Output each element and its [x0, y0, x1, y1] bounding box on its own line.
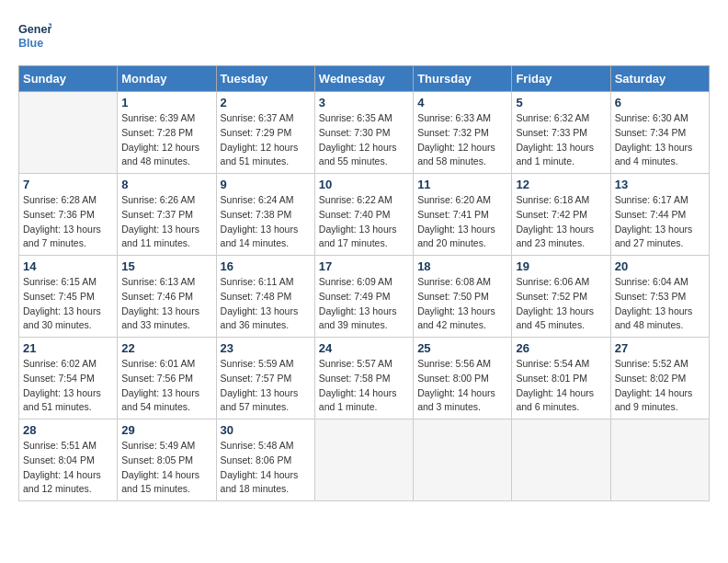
svg-text:General: General: [18, 23, 51, 36]
day-info: Sunrise: 6:39 AMSunset: 7:28 PMDaylight:…: [121, 111, 211, 169]
day-info: Sunrise: 5:52 AMSunset: 8:02 PMDaylight:…: [615, 357, 705, 415]
day-number: 29: [121, 423, 211, 437]
day-number: 9: [221, 178, 311, 191]
day-info: Sunrise: 6:26 AMSunset: 7:37 PMDaylight:…: [121, 193, 211, 251]
week-row-4: 21Sunrise: 6:02 AMSunset: 7:54 PMDayligh…: [19, 338, 710, 419]
day-info: Sunrise: 5:56 AMSunset: 8:00 PMDaylight:…: [417, 357, 507, 415]
weekday-header-friday: Friday: [512, 66, 610, 92]
calendar-cell: 26Sunrise: 5:54 AMSunset: 8:01 PMDayligh…: [512, 338, 610, 419]
week-row-5: 28Sunrise: 5:51 AMSunset: 8:04 PMDayligh…: [19, 419, 710, 501]
day-info: Sunrise: 6:06 AMSunset: 7:52 PMDaylight:…: [516, 275, 606, 333]
calendar-cell: 10Sunrise: 6:22 AMSunset: 7:40 PMDayligh…: [314, 174, 413, 256]
day-info: Sunrise: 6:37 AMSunset: 7:29 PMDaylight:…: [221, 111, 311, 169]
calendar-cell: 29Sunrise: 5:49 AMSunset: 8:05 PMDayligh…: [118, 419, 216, 501]
day-info: Sunrise: 5:59 AMSunset: 7:57 PMDaylight:…: [221, 357, 311, 415]
calendar-cell: 12Sunrise: 6:18 AMSunset: 7:42 PMDayligh…: [512, 174, 610, 256]
day-info: Sunrise: 6:33 AMSunset: 7:32 PMDaylight:…: [417, 111, 507, 169]
day-number: 2: [221, 96, 311, 109]
calendar-cell: 27Sunrise: 5:52 AMSunset: 8:02 PMDayligh…: [610, 338, 709, 419]
calendar-cell: 3Sunrise: 6:35 AMSunset: 7:30 PMDaylight…: [314, 92, 413, 174]
calendar-table: SundayMondayTuesdayWednesdayThursdayFrid…: [18, 65, 710, 501]
calendar-cell: 6Sunrise: 6:30 AMSunset: 7:34 PMDaylight…: [610, 92, 709, 174]
day-number: 14: [23, 259, 113, 273]
weekday-header-saturday: Saturday: [610, 66, 709, 92]
weekday-header-sunday: Sunday: [19, 66, 118, 92]
day-info: Sunrise: 6:04 AMSunset: 7:53 PMDaylight:…: [615, 275, 705, 333]
day-info: Sunrise: 5:54 AMSunset: 8:01 PMDaylight:…: [516, 357, 606, 415]
day-number: 30: [221, 423, 311, 437]
day-info: Sunrise: 6:20 AMSunset: 7:41 PMDaylight:…: [417, 193, 507, 251]
calendar-cell: 18Sunrise: 6:08 AMSunset: 7:50 PMDayligh…: [414, 256, 512, 338]
calendar-cell: 8Sunrise: 6:26 AMSunset: 7:37 PMDaylight…: [118, 174, 216, 256]
day-info: Sunrise: 6:09 AMSunset: 7:49 PMDaylight:…: [319, 275, 409, 333]
week-row-3: 14Sunrise: 6:15 AMSunset: 7:45 PMDayligh…: [19, 256, 710, 338]
day-info: Sunrise: 5:57 AMSunset: 7:58 PMDaylight:…: [319, 357, 409, 415]
day-number: 5: [516, 96, 606, 109]
day-number: 18: [417, 259, 507, 273]
calendar-cell: [610, 419, 709, 501]
svg-text:Blue: Blue: [18, 37, 43, 50]
day-number: 11: [417, 178, 507, 191]
day-number: 6: [615, 96, 705, 109]
logo-icon: General Blue: [18, 18, 51, 52]
day-number: 25: [417, 341, 507, 355]
calendar-cell: 17Sunrise: 6:09 AMSunset: 7:49 PMDayligh…: [314, 256, 413, 338]
day-number: 3: [319, 96, 409, 109]
day-number: 12: [516, 178, 606, 191]
calendar-cell: 30Sunrise: 5:48 AMSunset: 8:06 PMDayligh…: [216, 419, 314, 501]
day-number: 10: [319, 178, 409, 191]
day-info: Sunrise: 5:48 AMSunset: 8:06 PMDaylight:…: [221, 439, 311, 497]
calendar-cell: 24Sunrise: 5:57 AMSunset: 7:58 PMDayligh…: [314, 338, 413, 419]
calendar-cell: 23Sunrise: 5:59 AMSunset: 7:57 PMDayligh…: [216, 338, 314, 419]
calendar-cell: 16Sunrise: 6:11 AMSunset: 7:48 PMDayligh…: [216, 256, 314, 338]
calendar-cell: 13Sunrise: 6:17 AMSunset: 7:44 PMDayligh…: [610, 174, 709, 256]
day-info: Sunrise: 6:17 AMSunset: 7:44 PMDaylight:…: [615, 193, 705, 251]
day-info: Sunrise: 6:28 AMSunset: 7:36 PMDaylight:…: [23, 193, 113, 251]
calendar-cell: [314, 419, 413, 501]
day-info: Sunrise: 6:22 AMSunset: 7:40 PMDaylight:…: [319, 193, 409, 251]
day-number: 17: [319, 259, 409, 273]
day-number: 28: [23, 423, 113, 437]
calendar-cell: 21Sunrise: 6:02 AMSunset: 7:54 PMDayligh…: [19, 338, 118, 419]
calendar-cell: [512, 419, 610, 501]
day-number: 13: [615, 178, 705, 191]
page: General Blue SundayMondayTuesdayWednesda…: [0, 0, 728, 520]
logo: General Blue: [18, 18, 51, 52]
day-number: 27: [615, 341, 705, 355]
day-info: Sunrise: 6:08 AMSunset: 7:50 PMDaylight:…: [417, 275, 507, 333]
calendar-cell: 9Sunrise: 6:24 AMSunset: 7:38 PMDaylight…: [216, 174, 314, 256]
day-number: 4: [417, 96, 507, 109]
day-number: 21: [23, 341, 113, 355]
day-info: Sunrise: 6:01 AMSunset: 7:56 PMDaylight:…: [121, 357, 211, 415]
day-info: Sunrise: 5:51 AMSunset: 8:04 PMDaylight:…: [23, 439, 113, 497]
calendar-cell: 28Sunrise: 5:51 AMSunset: 8:04 PMDayligh…: [19, 419, 118, 501]
calendar-cell: [19, 92, 118, 174]
day-number: 7: [23, 178, 113, 191]
calendar-cell: 14Sunrise: 6:15 AMSunset: 7:45 PMDayligh…: [19, 256, 118, 338]
calendar-cell: 7Sunrise: 6:28 AMSunset: 7:36 PMDaylight…: [19, 174, 118, 256]
day-info: Sunrise: 6:13 AMSunset: 7:46 PMDaylight:…: [121, 275, 211, 333]
day-number: 1: [121, 96, 211, 109]
weekday-header-tuesday: Tuesday: [216, 66, 314, 92]
calendar-cell: 19Sunrise: 6:06 AMSunset: 7:52 PMDayligh…: [512, 256, 610, 338]
day-number: 16: [221, 259, 311, 273]
day-number: 26: [516, 341, 606, 355]
day-info: Sunrise: 6:35 AMSunset: 7:30 PMDaylight:…: [319, 111, 409, 169]
header: General Blue: [18, 18, 710, 52]
calendar-cell: 1Sunrise: 6:39 AMSunset: 7:28 PMDaylight…: [118, 92, 216, 174]
weekday-header-thursday: Thursday: [414, 66, 512, 92]
day-number: 20: [615, 259, 705, 273]
day-number: 8: [121, 178, 211, 191]
calendar-cell: [414, 419, 512, 501]
day-info: Sunrise: 5:49 AMSunset: 8:05 PMDaylight:…: [121, 439, 211, 497]
calendar-cell: 5Sunrise: 6:32 AMSunset: 7:33 PMDaylight…: [512, 92, 610, 174]
day-info: Sunrise: 6:02 AMSunset: 7:54 PMDaylight:…: [23, 357, 113, 415]
calendar-body: 1Sunrise: 6:39 AMSunset: 7:28 PMDaylight…: [19, 92, 710, 501]
day-number: 19: [516, 259, 606, 273]
day-info: Sunrise: 6:18 AMSunset: 7:42 PMDaylight:…: [516, 193, 606, 251]
day-number: 23: [221, 341, 311, 355]
calendar-cell: 11Sunrise: 6:20 AMSunset: 7:41 PMDayligh…: [414, 174, 512, 256]
day-number: 15: [121, 259, 211, 273]
week-row-1: 1Sunrise: 6:39 AMSunset: 7:28 PMDaylight…: [19, 92, 710, 174]
day-info: Sunrise: 6:11 AMSunset: 7:48 PMDaylight:…: [221, 275, 311, 333]
